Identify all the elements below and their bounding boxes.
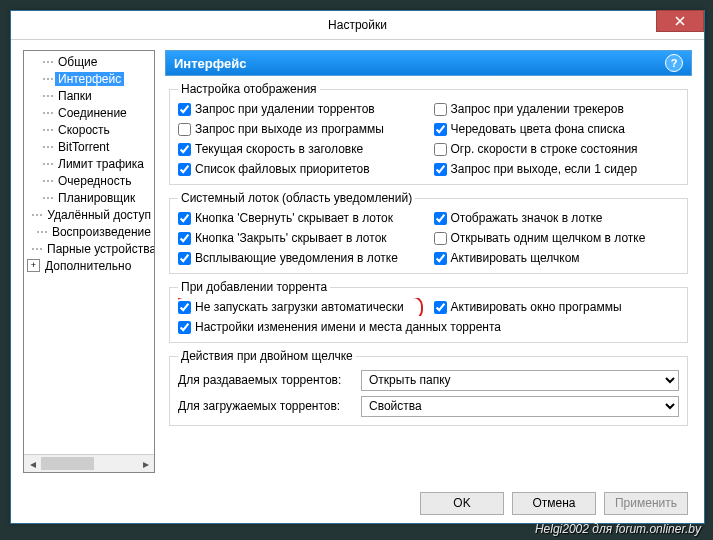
checkbox-label[interactable]: Кнопка 'Закрыть' скрывает в лоток	[195, 231, 387, 245]
checkbox-row: Настройки изменения имени и места данных…	[178, 318, 679, 336]
tree-branch-icon	[27, 208, 29, 221]
tree-line-icon: ⋯	[42, 55, 53, 69]
checkbox-label[interactable]: Настройки изменения имени и места данных…	[195, 320, 501, 334]
checkbox[interactable]	[434, 143, 447, 156]
group-double-click: Действия при двойном щелчке Для раздавае…	[169, 349, 688, 426]
sidebar-item-0[interactable]: ⋯Общие	[24, 53, 154, 70]
checkbox[interactable]	[434, 232, 447, 245]
sidebar-item-10[interactable]: ⋯Воспроизведение	[24, 223, 154, 240]
watermark: Helgi2002 для forum.onliner.by	[535, 522, 701, 536]
tree-branch-icon	[27, 55, 40, 68]
checkbox-label[interactable]: Активировать окно программы	[451, 300, 622, 314]
scroll-left-arrow[interactable]: ◂	[24, 455, 41, 472]
scroll-track[interactable]	[41, 455, 137, 472]
scroll-right-arrow[interactable]: ▸	[137, 455, 154, 472]
tree-branch-icon	[27, 174, 40, 187]
section-title: Интерфейс	[174, 56, 246, 71]
checkbox-label[interactable]: Запрос при удалении трекеров	[451, 102, 624, 116]
tree-line-icon: ⋯	[42, 123, 53, 137]
sidebar-item-12[interactable]: +Дополнительно	[24, 257, 154, 274]
checkbox-row: Запрос при удалении торрентов	[178, 100, 424, 118]
category-sidebar: ⋯Общие⋯Интерфейс⋯Папки⋯Соединение⋯Скорос…	[23, 50, 155, 473]
sidebar-item-label: Общие	[55, 55, 100, 69]
checkbox[interactable]	[434, 301, 447, 314]
dblclick-select-0[interactable]: Открыть папку	[361, 370, 679, 391]
sidebar-item-8[interactable]: ⋯Планировщик	[24, 189, 154, 206]
checkbox-label[interactable]: Не запускать загрузки автоматически	[195, 300, 404, 314]
checkbox-label[interactable]: Запрос при выходе, если 1 сидер	[451, 162, 638, 176]
expand-icon[interactable]: +	[27, 259, 40, 272]
sidebar-item-2[interactable]: ⋯Папки	[24, 87, 154, 104]
settings-window: Настройки ⋯Общие⋯Интерфейс⋯Папки⋯Соедине…	[10, 10, 705, 524]
checkbox[interactable]	[178, 212, 191, 225]
checkbox[interactable]	[434, 103, 447, 116]
cancel-button[interactable]: Отмена	[512, 492, 596, 515]
tree-branch-icon	[27, 140, 40, 153]
checkbox-label[interactable]: Чередовать цвета фона списка	[451, 122, 626, 136]
checkbox-label[interactable]: Открывать одним щелчком в лотке	[451, 231, 646, 245]
close-button[interactable]	[656, 10, 704, 32]
checkbox-row: Огр. скорости в строке состояния	[434, 140, 680, 158]
ok-button[interactable]: OK	[420, 492, 504, 515]
group-tray: Системный лоток (область уведомлений) Кн…	[169, 191, 688, 274]
checkbox[interactable]	[178, 123, 191, 136]
sidebar-horizontal-scrollbar[interactable]: ◂ ▸	[24, 454, 154, 472]
checkbox-label[interactable]: Огр. скорости в строке состояния	[451, 142, 638, 156]
sidebar-item-label: Лимит трафика	[55, 157, 147, 171]
sidebar-item-9[interactable]: ⋯Удалённый доступ	[24, 206, 154, 223]
checkbox-label[interactable]: Текущая скорость в заголовке	[195, 142, 363, 156]
sidebar-item-4[interactable]: ⋯Скорость	[24, 121, 154, 138]
checkbox-row: Запрос при выходе, если 1 сидер	[434, 160, 680, 178]
sidebar-item-11[interactable]: ⋯Парные устройства	[24, 240, 154, 257]
checkbox[interactable]	[178, 143, 191, 156]
checkbox-row: Кнопка 'Закрыть' скрывает в лоток	[178, 229, 424, 247]
apply-button[interactable]: Применить	[604, 492, 688, 515]
checkbox[interactable]	[434, 123, 447, 136]
checkbox[interactable]	[178, 232, 191, 245]
tree-branch-icon	[27, 123, 40, 136]
checkbox-row: Не запускать загрузки автоматически	[178, 298, 424, 316]
checkbox[interactable]	[178, 252, 191, 265]
checkbox[interactable]	[434, 252, 447, 265]
sidebar-item-7[interactable]: ⋯Очередность	[24, 172, 154, 189]
sidebar-item-label: Парные устройства	[44, 242, 154, 256]
dblclick-select-1[interactable]: Свойства	[361, 396, 679, 417]
checkbox[interactable]	[434, 212, 447, 225]
tree-branch-icon	[27, 89, 40, 102]
tree-branch-icon	[27, 157, 40, 170]
dblclick-label: Для загружаемых торрентов:	[178, 399, 353, 413]
checkbox-label[interactable]: Список файловых приоритетов	[195, 162, 370, 176]
checkbox-label[interactable]: Отображать значок в лотке	[451, 211, 603, 225]
checkbox[interactable]	[178, 301, 191, 314]
dblclick-row: Для раздаваемых торрентов:Открыть папку	[178, 367, 679, 393]
tree-branch-icon	[27, 191, 40, 204]
checkbox[interactable]	[178, 163, 191, 176]
sidebar-item-label: Планировщик	[55, 191, 138, 205]
checkbox[interactable]	[178, 103, 191, 116]
group-add-torrent: При добавлении торрента Не запускать заг…	[169, 280, 688, 343]
dialog-buttons: OK Отмена Применить	[11, 483, 704, 523]
checkbox-label[interactable]: Всплывающие уведомления в лотке	[195, 251, 398, 265]
sidebar-item-label: Очередность	[55, 174, 134, 188]
tree-branch-icon	[27, 106, 40, 119]
group-dblclick-legend: Действия при двойном щелчке	[178, 349, 356, 363]
checkbox-row: Кнопка 'Свернуть' скрывает в лоток	[178, 209, 424, 227]
sidebar-item-6[interactable]: ⋯Лимит трафика	[24, 155, 154, 172]
tree-line-icon: ⋯	[42, 72, 53, 86]
scroll-thumb[interactable]	[41, 457, 94, 470]
sidebar-item-3[interactable]: ⋯Соединение	[24, 104, 154, 121]
sidebar-item-1[interactable]: ⋯Интерфейс	[24, 70, 154, 87]
category-tree[interactable]: ⋯Общие⋯Интерфейс⋯Папки⋯Соединение⋯Скорос…	[24, 51, 154, 454]
dblclick-label: Для раздаваемых торрентов:	[178, 373, 353, 387]
checkbox-label[interactable]: Кнопка 'Свернуть' скрывает в лоток	[195, 211, 393, 225]
sidebar-item-5[interactable]: ⋯BitTorrent	[24, 138, 154, 155]
checkbox[interactable]	[178, 321, 191, 334]
checkbox[interactable]	[434, 163, 447, 176]
group-display-legend: Настройка отображения	[178, 82, 320, 96]
checkbox-label[interactable]: Запрос при выходе из программы	[195, 122, 384, 136]
sidebar-item-label: Соединение	[55, 106, 130, 120]
checkbox-label[interactable]: Активировать щелчком	[451, 251, 580, 265]
help-icon[interactable]: ?	[665, 54, 683, 72]
group-display: Настройка отображения Запрос при удалени…	[169, 82, 688, 185]
checkbox-label[interactable]: Запрос при удалении торрентов	[195, 102, 375, 116]
